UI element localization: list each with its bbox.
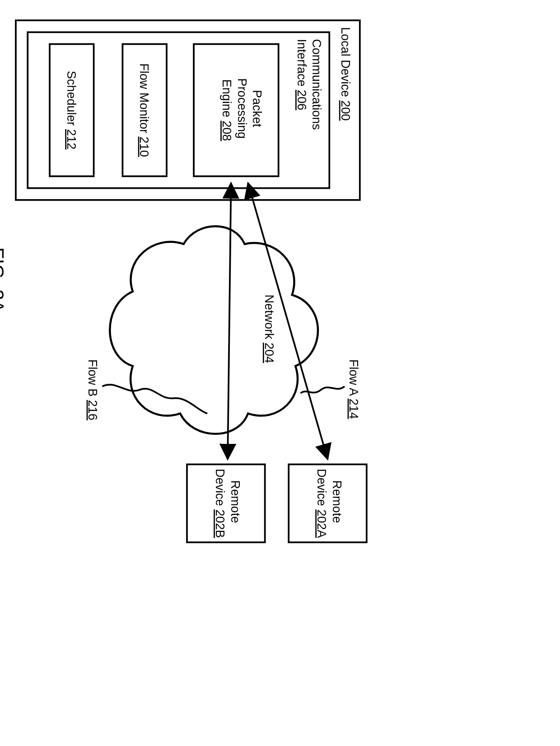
flow-monitor-label: Flow Monitor 210 — [137, 63, 151, 157]
communications-interface-title: Communications Interface 206 — [295, 39, 323, 133]
flow-b-arrow — [228, 183, 231, 459]
remote-device-b-label: Remote Device 202B — [213, 469, 242, 538]
scheduler: Scheduler 212 — [50, 44, 94, 177]
flow-b-label: Flow B 216 — [86, 359, 207, 420]
figure-label: FIG. 2A — [0, 247, 8, 313]
local-device-title: Local Device 200 — [339, 27, 352, 121]
communications-interface: Communications Interface 206 Packet Proc… — [28, 32, 329, 188]
packet-processing-engine-label: Packet Processing Engine 208 — [220, 78, 264, 142]
scheduler-label: Scheduler 212 — [65, 71, 78, 149]
svg-text:Flow A 214: Flow A 214 — [347, 359, 360, 419]
remote-device-a-label: Remote Device 202A — [315, 469, 344, 538]
network-cloud: Network 204 — [110, 226, 318, 434]
packet-processing-engine: Packet Processing Engine 208 — [194, 44, 279, 177]
flow-monitor: Flow Monitor 210 — [122, 44, 167, 177]
remote-device-a: Remote Device 202A — [289, 464, 367, 542]
flow-a-label: Flow A 214 — [300, 359, 360, 419]
local-device: Local Device 200 Communications Interfac… — [16, 20, 360, 200]
remote-device-b: Remote Device 202B — [187, 464, 265, 542]
diagram-root: Local Device 200 Communications Interfac… — [0, 0, 560, 560]
network-label: Network 204 — [262, 294, 276, 363]
svg-text:Flow B 216: Flow B 216 — [86, 359, 99, 420]
flow-a-arrow — [248, 183, 327, 459]
